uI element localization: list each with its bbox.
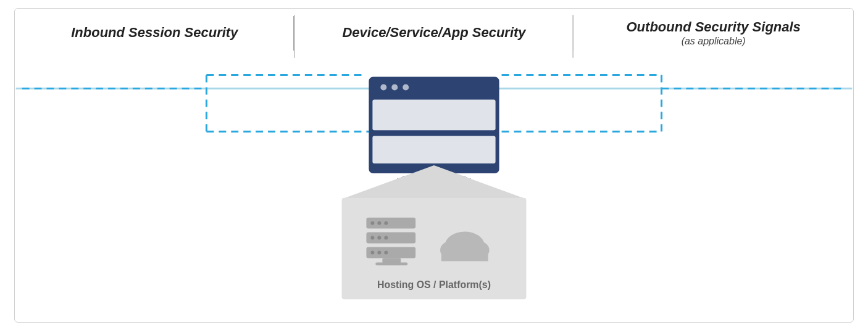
svg-text:Hosting OS / Platform(s): Hosting OS / Platform(s): [377, 279, 491, 290]
svg-point-32: [384, 250, 388, 254]
svg-point-35: [445, 231, 485, 258]
svg-rect-38: [441, 250, 488, 261]
header-col-device: Device/Service/App Security: [294, 9, 574, 58]
svg-rect-20: [342, 197, 527, 299]
svg-rect-34: [375, 262, 407, 265]
svg-point-30: [370, 250, 374, 254]
inbound-title: Inbound Session Security: [71, 25, 238, 41]
svg-point-11: [380, 84, 386, 90]
header-col-inbound: Inbound Session Security: [15, 9, 294, 58]
svg-marker-19: [342, 165, 527, 199]
outbound-title: Outbound Security Signals (as applicable…: [627, 19, 801, 47]
svg-rect-9: [369, 77, 498, 172]
device-title: Device/Service/App Security: [342, 25, 525, 41]
svg-rect-33: [382, 258, 401, 263]
svg-point-23: [377, 221, 381, 225]
header-col-outbound: Outbound Security Signals (as applicable…: [574, 9, 853, 58]
svg-point-36: [440, 240, 467, 260]
svg-point-37: [462, 240, 490, 260]
svg-point-12: [391, 84, 398, 90]
svg-rect-14: [372, 99, 495, 130]
svg-marker-17: [397, 175, 404, 183]
svg-rect-21: [366, 217, 415, 228]
svg-point-22: [370, 221, 374, 225]
svg-point-31: [377, 250, 381, 254]
svg-point-27: [377, 236, 381, 239]
header-row: Inbound Session Security Device/Service/…: [15, 9, 853, 58]
svg-marker-18: [464, 175, 471, 183]
diagram-container: Inbound Session Security Device/Service/…: [14, 8, 854, 323]
svg-point-28: [384, 236, 388, 239]
svg-point-13: [403, 84, 409, 90]
svg-rect-15: [372, 136, 495, 163]
svg-point-24: [384, 221, 388, 225]
svg-rect-29: [366, 247, 415, 258]
svg-rect-25: [366, 232, 415, 243]
svg-point-26: [370, 236, 374, 239]
svg-rect-10: [369, 77, 498, 97]
